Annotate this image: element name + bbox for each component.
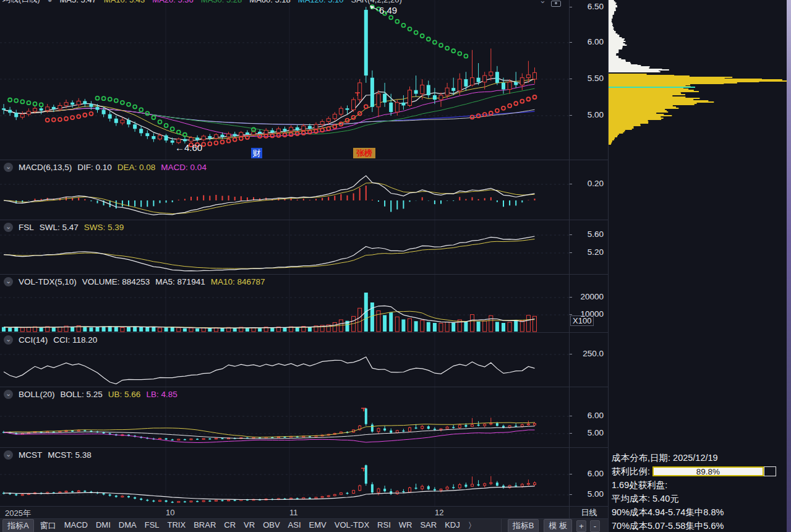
bottom-toolbar: 指标A 窗口MACDDMIDMAFSLTRIXBRARCRVROBVASIEMV… xyxy=(0,518,608,532)
indicator-title: BOLL(20) xyxy=(19,390,55,399)
month-label: 10 xyxy=(166,508,174,517)
panel-header-macd[interactable]: ⌄MACD(6,13,5)DIF: 0.10DEA: 0.08MACD: 0.0… xyxy=(4,161,207,173)
legend-item: SAR(4,2,2,20) xyxy=(351,0,402,4)
panel-header-cci[interactable]: ⌄CCI(14)CCI: 118.20 xyxy=(4,334,97,345)
profit-ratio-value: 89.8% xyxy=(696,467,720,476)
legend-item: ● xyxy=(48,0,53,4)
axis-label: 250.0 xyxy=(570,349,604,358)
panel-header-mcst[interactable]: ⌄MCSTMCST: 5.38 xyxy=(4,449,92,460)
svg-text:←4.60: ←4.60 xyxy=(175,142,202,153)
zoom-in-button[interactable]: + xyxy=(576,520,586,532)
toolbar-item-macd[interactable]: MACD xyxy=(64,520,88,531)
legend-item: 均线(日线) xyxy=(2,0,40,4)
period-text: 日线 xyxy=(581,508,597,517)
indicator-value: SWL: 5.47 xyxy=(40,223,79,232)
legend-item: MA120: 5.10 xyxy=(298,0,344,4)
avg-cost-line: 平均成本: 5.40元 xyxy=(609,492,787,505)
price-axis-column: 6.506.005.505.000.205.605.202000010000X1… xyxy=(570,0,608,518)
axis-divider xyxy=(569,0,570,518)
indicator-value: BOLL: 5.25 xyxy=(61,390,103,399)
profit-ratio-remainder xyxy=(764,466,776,476)
toolbar-item-vol-tdx[interactable]: VOL-TDX xyxy=(335,520,369,531)
indicator-value: MA10: 846787 xyxy=(211,277,265,286)
profit-ratio-row: 获利比例: 89.8% xyxy=(609,465,787,478)
panel-header-fsl[interactable]: ⌄FSLSWL: 5.47SWS: 5.39 xyxy=(4,221,124,233)
legend-item: MA20: 5.36 xyxy=(152,0,194,4)
indicator-shortcut-list: 窗口MACDDMIDMAFSLTRIXBRARCRVROBVASIEMVVOL-… xyxy=(40,520,476,531)
month-label: 11 xyxy=(289,508,298,517)
indicator-value: DEA: 0.08 xyxy=(118,163,156,172)
indicator-value: LB: 4.85 xyxy=(146,390,177,399)
toolbar-item-emv[interactable]: EMV xyxy=(309,520,327,531)
indicator-value: UB: 5.66 xyxy=(108,390,141,399)
cost-70-line: 70%成本5.07-5.58集中5.6% xyxy=(609,519,787,532)
indicator-value: MACD: 0.04 xyxy=(161,163,207,172)
axis-label: 5.20 xyxy=(570,247,604,257)
legend-item: MA30: 5.28 xyxy=(201,0,242,4)
indicator-value: VOLUME: 884253 xyxy=(82,277,150,286)
indicator-b-button[interactable]: 指标B xyxy=(508,519,539,532)
indicator-value: CCI: 118.20 xyxy=(53,335,97,345)
axis-label: X100 xyxy=(570,315,594,326)
cost-distribution-histogram xyxy=(609,0,787,452)
indicator-title: VOL-TDX(5,10) xyxy=(19,277,77,286)
profit-position-line: 1.69处获利盘: xyxy=(609,478,787,492)
axis-label: 6.00 xyxy=(570,469,604,478)
toolbar-item-trix[interactable]: TRIX xyxy=(168,520,186,531)
date-axis[interactable]: 2025年 101112 日线 xyxy=(0,506,608,519)
indicator-title: CCI(14) xyxy=(19,335,48,345)
toolbar-item-sar[interactable]: SAR xyxy=(420,520,437,531)
collapse-icon[interactable]: ⌄ xyxy=(4,223,13,232)
main-chart-canvas[interactable]: 6.49←4.60 xyxy=(0,0,569,506)
legend-item: MA5: 5.47 xyxy=(60,0,96,4)
toolbar-item-dmi[interactable]: DMI xyxy=(96,520,111,531)
indicator-value: MCST: 5.38 xyxy=(48,450,92,460)
profit-ratio-bar: 89.8% xyxy=(652,466,776,476)
template-button[interactable]: 模 板 xyxy=(544,519,572,532)
chevron-down-icon[interactable]: ⌄ xyxy=(539,0,546,5)
svg-text:6.49: 6.49 xyxy=(379,5,397,15)
zoom-out-button[interactable]: - xyxy=(590,520,600,532)
year-label: 2025年 xyxy=(5,508,31,519)
toolbar-item-fsl[interactable]: FSL xyxy=(145,520,160,531)
toolbar-item-窗口[interactable]: 窗口 xyxy=(40,520,56,531)
toolbar-item-rsi[interactable]: RSI xyxy=(377,520,391,531)
axis-label: 6.00 xyxy=(570,411,604,420)
cost-distribution-panel: 成本分布,日期: 2025/12/19 获利比例: 89.8% 1.69处获利盘… xyxy=(609,451,787,532)
collapse-icon[interactable]: ⌄ xyxy=(4,450,13,460)
month-label: 12 xyxy=(435,508,443,517)
axis-label: 6.00 xyxy=(570,37,604,46)
panel-separator xyxy=(0,332,608,333)
collapse-icon[interactable]: ⌄ xyxy=(4,390,13,399)
indicator-title: FSL xyxy=(19,223,34,232)
toolbar-item-vr[interactable]: VR xyxy=(244,520,255,531)
camera-icon[interactable] xyxy=(551,1,561,7)
window-edge-strip xyxy=(787,0,791,532)
toolbar-item-kdj[interactable]: KDJ xyxy=(445,520,460,531)
panel-separator xyxy=(0,220,608,220)
event-badge-cai[interactable]: 财 xyxy=(251,148,262,158)
indicator-a-button[interactable]: 指标A xyxy=(2,519,34,532)
profit-ratio-fill: 89.8% xyxy=(652,466,764,476)
toolbar-item-dma[interactable]: DMA xyxy=(119,520,137,531)
toolbar-item-〉[interactable]: 〉 xyxy=(468,520,476,531)
collapse-icon[interactable]: ⌄ xyxy=(4,163,13,172)
collapse-icon[interactable]: ⌄ xyxy=(4,277,13,286)
event-badge-zhangbang[interactable]: 张榜 xyxy=(353,148,375,158)
toolbar-item-asi[interactable]: ASI xyxy=(288,520,301,531)
axis-label: 5.00 xyxy=(570,110,604,119)
panel-header-vol[interactable]: ⌄VOL-TDX(5,10)VOLUME: 884253MA5: 871941M… xyxy=(4,276,265,287)
toolbar-item-cr[interactable]: CR xyxy=(224,520,236,531)
collapse-icon[interactable]: ⌄ xyxy=(4,335,13,345)
profit-ratio-label: 获利比例: xyxy=(612,465,650,478)
axis-label: 5.50 xyxy=(570,74,604,83)
indicator-title: MACD(6,13,5) xyxy=(19,163,72,172)
toolbar-item-wr[interactable]: WR xyxy=(399,520,413,531)
axis-label: 20000 xyxy=(570,292,604,301)
axis-label: 5.60 xyxy=(570,230,604,239)
toolbar-item-obv[interactable]: OBV xyxy=(263,520,280,531)
indicator-value: SWS: 5.39 xyxy=(84,223,124,232)
period-label[interactable]: 日线 xyxy=(569,507,609,519)
panel-header-boll[interactable]: ⌄BOLL(20)BOLL: 5.25UB: 5.66LB: 4.85 xyxy=(4,388,177,400)
toolbar-item-brar[interactable]: BRAR xyxy=(194,520,216,531)
